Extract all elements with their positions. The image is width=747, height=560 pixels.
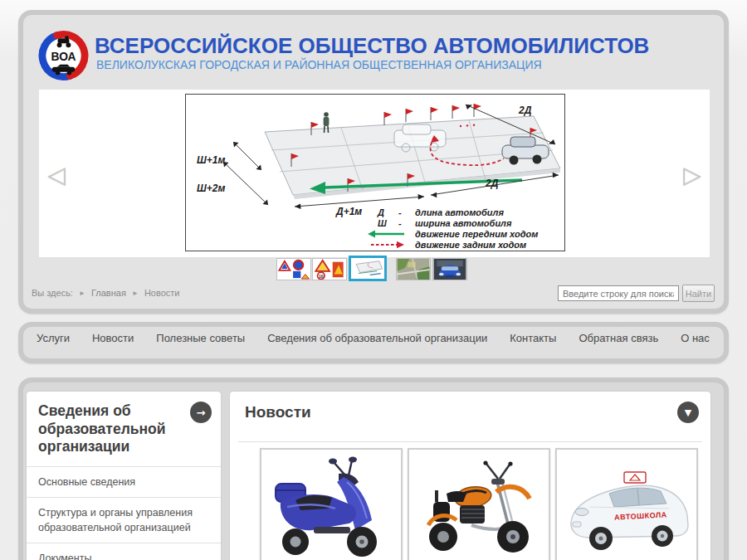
driving-school-car-photo: АВТОШКОЛА — [561, 454, 692, 560]
news-image-driving-school-car[interactable]: АВТОШКОЛА — [555, 448, 698, 560]
breadcrumb: Вы здесь: ► Главная ► Новости — [32, 288, 180, 298]
svg-text:10: 10 — [319, 274, 324, 279]
sidebar-module-toggle[interactable]: → — [190, 402, 212, 423]
news-module-toggle[interactable]: ▼ — [677, 402, 699, 423]
dim-label-d1: Д+1м — [335, 206, 362, 217]
next-slide-button[interactable]: ▷ — [680, 161, 705, 189]
sidebar-module: Сведения об образовательной организации … — [27, 392, 221, 560]
news-module: Новости ▼ — [230, 392, 710, 560]
breadcrumb-arrow-icon: ► — [132, 290, 139, 297]
nav-item-svedeniya[interactable]: Сведения об образовательной организации — [267, 332, 487, 344]
breadcrumb-home-link[interactable]: Главная — [91, 288, 126, 298]
legend-text-d: длина автомобиля — [415, 207, 504, 217]
legend-symbol-sh: Ш — [378, 218, 387, 228]
chevron-down-icon: ▼ — [685, 408, 691, 417]
prev-slide-button[interactable]: ◁ — [44, 161, 69, 189]
legend-symbol-d: Д — [377, 207, 384, 217]
site-subtitle: ВЕЛИКОЛУКСКАЯ ГОРОДСКАЯ И РАЙОННАЯ ОБЩЕС… — [96, 58, 542, 71]
nav-item-o-nas[interactable]: О нас — [681, 332, 710, 344]
breadcrumb-arrow-icon: ► — [79, 290, 85, 297]
nav-item-obratnaya-svyaz[interactable]: Обратная связь — [579, 332, 658, 344]
dim-label-2d-top: 2Д — [518, 105, 532, 116]
thumbnail-road-signs-1[interactable] — [276, 258, 311, 280]
thumbnail-exercise-diagram[interactable] — [349, 256, 387, 281]
dim-label-sh2: Ш+2м — [197, 183, 225, 194]
dim-label-sh1: Ш+1м — [197, 154, 225, 166]
nav-item-poleznye-sovety[interactable]: Полезные советы — [156, 332, 245, 344]
legend-text-forward: движение передним ходом — [415, 229, 538, 239]
site-title: ВСЕРОССИЙСКОЕ ОБЩЕСТВО АВТОМОБИЛИСТОВ — [95, 33, 649, 59]
nav-item-novosti[interactable]: Новости — [92, 332, 134, 344]
svg-text:-: - — [398, 207, 402, 217]
main-menu: Услуги Новости Полезные советы Сведения … — [18, 322, 719, 353]
divider — [238, 441, 702, 442]
parking-exercise-diagram: 2Д Ш+1м Ш+2м Д+1м 2Д Д - длина автомобил… — [185, 94, 565, 251]
legend-text-reverse: движение задним ходом — [415, 240, 526, 250]
nav-item-uslugi[interactable]: Услуги — [37, 332, 70, 344]
news-images-row: АВТОШКОЛА — [260, 448, 698, 560]
sidebar-title: Сведения об образовательной организации — [38, 402, 169, 456]
news-image-scooter[interactable] — [260, 448, 403, 560]
breadcrumb-current: Новости — [144, 288, 180, 298]
dim-label-2d-mid: 2Д — [485, 178, 499, 189]
search-button[interactable]: Найти — [682, 285, 715, 302]
thumbnail-training-area-map[interactable] — [396, 258, 431, 280]
sidebar-item-struktura[interactable]: Структура и органы управления образовате… — [27, 497, 221, 543]
sidebar-item-osnovnye-svedeniya[interactable]: Основные сведения — [27, 466, 221, 497]
blue-scooter-photo — [266, 454, 397, 560]
sidebar-menu: Основные сведения Структура и органы упр… — [27, 466, 221, 560]
sidebar-item-dokumenty[interactable]: Документы — [27, 543, 221, 560]
news-title: Новости — [245, 403, 674, 421]
voa-logo: ВОА — [37, 30, 90, 81]
breadcrumb-label: Вы здесь: — [32, 288, 73, 298]
search-input[interactable] — [558, 285, 679, 301]
thumbnail-road-signs-2[interactable]: 10 — [312, 258, 347, 280]
legend-text-sh: ширина автомобиля — [415, 218, 512, 228]
thumbnail-blue-car[interactable] — [432, 258, 467, 280]
slider: 2Д Ш+1м Ш+2м Д+1м 2Д Д - длина автомобил… — [39, 90, 710, 257]
orange-motorcycle-photo — [413, 454, 544, 560]
news-image-motorcycle[interactable] — [408, 448, 550, 560]
page: ВОА ВСЕРОССИЙСКОЕ ОБЩЕСТВО АВТОМОБИЛИСТО… — [0, 0, 747, 560]
svg-text:-: - — [398, 218, 402, 228]
logo-text: ВОА — [51, 51, 76, 63]
nav-item-kontakty[interactable]: Контакты — [510, 332, 556, 344]
arrow-right-icon: → — [197, 407, 206, 418]
roof-sign — [624, 472, 646, 483]
slide-parking-exercise[interactable]: 2Д Ш+1м Ш+2м Д+1м 2Д Д - длина автомобил… — [185, 94, 565, 251]
